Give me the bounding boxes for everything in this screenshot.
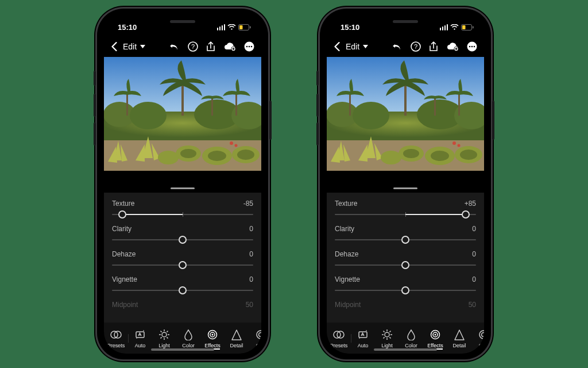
svg-point-45 [212, 334, 214, 335]
slider-value: -85 [243, 200, 253, 208]
cloud-add-icon[interactable] [223, 42, 236, 51]
tool-color[interactable]: Color [399, 328, 423, 348]
svg-rect-50 [462, 25, 466, 29]
more-icon[interactable] [467, 41, 477, 52]
tool-presets[interactable]: Presets [327, 328, 351, 348]
svg-point-63 [353, 102, 389, 129]
tool-label: Presets [107, 343, 125, 348]
svg-point-76 [460, 150, 477, 160]
svg-line-42 [167, 331, 168, 332]
svg-rect-68 [458, 91, 460, 116]
slider-label: Midpoint [112, 301, 138, 309]
slider-clarity[interactable]: Clarity0 [112, 223, 253, 248]
more-icon[interactable] [244, 41, 254, 52]
back-icon[interactable] [334, 42, 340, 51]
panel-grabber[interactable] [327, 171, 484, 193]
help-icon[interactable]: ? [188, 41, 198, 52]
phone-mockup-right: 15:10 Edit ? [320, 9, 491, 359]
tool-presets[interactable]: Presets [104, 328, 128, 348]
slider-midpoint: Midpoint50 [112, 298, 253, 312]
effects-icon [206, 328, 219, 341]
panel-grabber[interactable] [104, 171, 261, 193]
battery-icon [238, 24, 251, 30]
svg-point-29 [230, 141, 233, 145]
undo-icon[interactable] [169, 43, 180, 51]
light-icon [158, 328, 171, 341]
slider-dehaze[interactable]: Dehaze0 [335, 248, 476, 273]
home-indicator[interactable] [151, 348, 214, 351]
slider-label: Clarity [112, 225, 131, 233]
phone-volume-down [94, 122, 96, 145]
photo-preview[interactable] [104, 57, 261, 171]
slider-vignette[interactable]: Vignette0 [112, 273, 253, 298]
svg-rect-2 [239, 25, 243, 29]
slider-label: Midpoint [335, 301, 361, 309]
tool-detail[interactable]: Detail [225, 328, 249, 348]
tool-effects[interactable]: Effects [423, 328, 447, 348]
effects-panel: Texture+85 Clarity0 Dehaze0 Vignette0 Mi… [327, 193, 484, 323]
slider-value: 50 [469, 301, 476, 309]
tool-label: Opti [479, 343, 484, 348]
svg-point-75 [431, 151, 449, 161]
svg-point-27 [208, 151, 226, 161]
tool-light[interactable]: Light [375, 328, 399, 348]
svg-rect-49 [473, 26, 474, 28]
nav-title[interactable]: Edit [123, 42, 137, 51]
slider-texture[interactable]: Texture-85 [112, 197, 253, 223]
tool-optics[interactable]: Opti [249, 328, 261, 348]
phone-volume-down [316, 122, 319, 145]
dropdown-icon[interactable] [363, 45, 368, 48]
svg-point-30 [235, 144, 238, 147]
status-time: 15:10 [341, 23, 359, 32]
share-icon[interactable] [429, 41, 438, 52]
svg-point-9 [249, 46, 250, 48]
svg-point-73 [381, 151, 401, 164]
share-icon[interactable] [206, 41, 215, 52]
color-icon [405, 328, 417, 341]
help-icon[interactable]: ? [411, 41, 421, 52]
tool-optics[interactable]: Opti [471, 328, 484, 348]
svg-text:?: ? [414, 43, 417, 50]
svg-point-28 [237, 150, 254, 160]
slider-texture[interactable]: Texture+85 [335, 197, 476, 223]
tool-color[interactable]: Color [176, 328, 200, 348]
home-indicator[interactable] [374, 348, 437, 351]
back-icon[interactable] [111, 42, 117, 51]
slider-value: +85 [465, 200, 476, 208]
svg-point-47 [259, 332, 262, 336]
tool-label: Effects [427, 343, 443, 348]
tool-label: Auto [358, 343, 369, 348]
tool-auto[interactable]: Auto [128, 328, 152, 348]
phone-mockup-left: 15:10 Edit ? [97, 9, 268, 359]
svg-point-26 [180, 149, 196, 158]
slider-clarity[interactable]: Clarity0 [335, 223, 476, 248]
slider-value: 0 [249, 250, 253, 258]
notch [365, 14, 446, 28]
slider-value: 0 [249, 225, 253, 233]
nav-title[interactable]: Edit [346, 42, 359, 51]
slider-label: Vignette [335, 275, 360, 283]
tool-auto[interactable]: Auto [351, 328, 375, 348]
status-time: 15:10 [118, 23, 137, 32]
svg-point-15 [130, 102, 167, 129]
svg-point-77 [452, 141, 456, 145]
svg-rect-20 [235, 91, 237, 116]
phone-volume-up [316, 94, 319, 117]
tool-light[interactable]: Light [152, 328, 176, 348]
dropdown-icon[interactable] [140, 45, 145, 48]
svg-point-95 [482, 332, 485, 336]
tool-label: Opti [256, 343, 261, 348]
slider-dehaze[interactable]: Dehaze0 [112, 248, 253, 273]
slider-value: 0 [472, 225, 476, 233]
tool-effects[interactable]: Effects [200, 328, 225, 348]
undo-icon[interactable] [392, 43, 403, 51]
tool-label: Color [182, 343, 195, 348]
tool-detail[interactable]: Detail [447, 328, 471, 348]
slider-label: Dehaze [335, 250, 358, 258]
svg-point-25 [158, 151, 179, 164]
slider-vignette[interactable]: Vignette0 [335, 273, 476, 298]
slider-label: Clarity [335, 225, 354, 233]
tool-label: Auto [135, 343, 146, 348]
cloud-add-icon[interactable] [446, 42, 459, 51]
photo-preview[interactable] [327, 57, 484, 171]
